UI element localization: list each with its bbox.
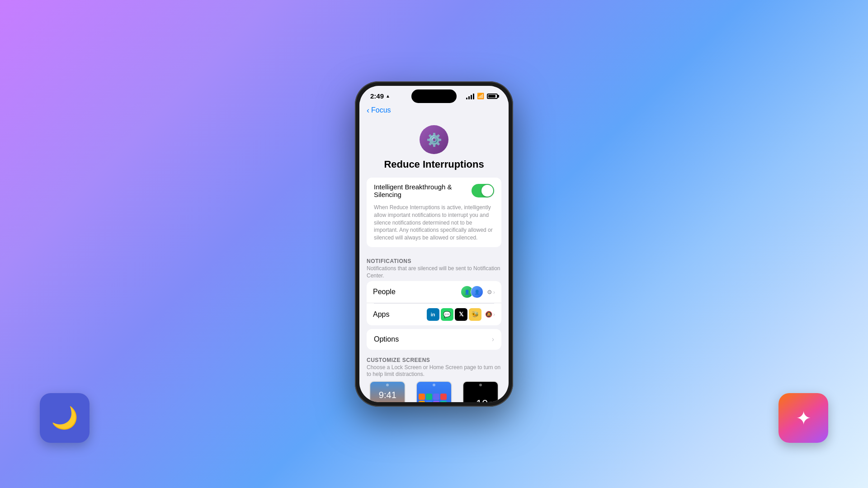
- app-icons: in 💬 𝕏 🐝: [425, 308, 481, 321]
- notifications-subtitle: Notifications that are silenced will be …: [367, 265, 501, 279]
- customize-section: CUSTOMIZE SCREENS Choose a Lock Screen o…: [359, 353, 509, 402]
- back-button[interactable]: ‹ Focus: [367, 106, 391, 114]
- wifi-icon: 📶: [477, 93, 484, 99]
- perplexity-app-icon[interactable]: ✦: [778, 393, 828, 443]
- linkedin-icon: in: [427, 308, 439, 321]
- apps-row[interactable]: Apps in 💬 𝕏 🐝 🔕 ›: [367, 304, 501, 325]
- back-label: Focus: [371, 106, 391, 114]
- people-badge: ⚙ ›: [487, 289, 495, 296]
- bumble-icon: 🐝: [469, 308, 481, 321]
- toggle-knob: [481, 185, 493, 197]
- people-chevron-icon: ›: [493, 289, 495, 296]
- customize-header: CUSTOMIZE SCREENS Choose a Lock Screen o…: [367, 353, 501, 381]
- nav-back: ‹ Focus: [359, 103, 509, 116]
- phone-frame: 2:49 ▲ 📶: [355, 81, 513, 407]
- watch-time-big: .10: [473, 399, 488, 402]
- gear-icon: ⚙: [487, 289, 492, 296]
- signal-bars-icon: [466, 93, 474, 99]
- intelligent-breakthrough-card: Intelligent Breakthrough & Silencing Whe…: [367, 178, 501, 247]
- avatar-2: 👤: [471, 286, 483, 298]
- reduce-interruptions-icon: ⚙️: [426, 132, 442, 147]
- page-title: Reduce Interruptions: [384, 159, 484, 170]
- location-icon: ▲: [386, 94, 390, 99]
- options-chevron-icon: ›: [492, 335, 494, 343]
- hero-icon: ⚙️: [420, 125, 448, 154]
- app-dot: [426, 401, 432, 402]
- people-row[interactable]: People 👤 👤 ⚙ ›: [367, 281, 501, 303]
- app-dot: [419, 401, 425, 402]
- toggle-description: When Reduce Interruptions is active, int…: [367, 204, 501, 247]
- lock-screen-dot: [386, 384, 389, 386]
- home-grid-row-1: [419, 394, 449, 400]
- notifications-title: NOTIFICATIONS: [367, 258, 501, 264]
- focus-app-icon[interactable]: 🌙: [40, 393, 90, 443]
- dynamic-island: [411, 89, 457, 103]
- people-label: People: [373, 288, 461, 296]
- moon-icon: 🌙: [51, 405, 78, 431]
- apps-label: Apps: [373, 310, 425, 319]
- home-grid-row-2: [419, 401, 449, 402]
- app-dot: [433, 394, 439, 400]
- customize-desc: Choose a Lock Screen or Home Screen page…: [367, 364, 501, 378]
- options-label: Options: [374, 335, 492, 343]
- perplexity-icon: ✦: [796, 407, 811, 429]
- x-icon: 𝕏: [455, 308, 467, 321]
- customize-title: CUSTOMIZE SCREENS: [367, 357, 501, 363]
- notifications-section-header: NOTIFICATIONS Notifications that are sil…: [359, 251, 509, 281]
- hero-section: ⚙️ Reduce Interruptions: [359, 116, 509, 178]
- lock-screen-time: 9:41: [370, 390, 405, 400]
- status-time: 2:49 ▲: [370, 92, 390, 100]
- bell-slash-icon: 🔕: [485, 311, 492, 318]
- watch-screen-preview: .10 :09: [462, 381, 499, 402]
- options-row[interactable]: Options ›: [367, 329, 501, 350]
- settings-content[interactable]: ⚙️ Reduce Interruptions Intelligent Brea…: [359, 116, 509, 402]
- app-dot: [426, 394, 432, 400]
- toggle-label: Intelligent Breakthrough & Silencing: [374, 183, 472, 198]
- home-screen-thumb: Edit: [413, 381, 455, 402]
- app-dot: [440, 401, 447, 402]
- app-dot: [440, 394, 447, 400]
- watch-screen-dot: [479, 384, 482, 386]
- toggle-row[interactable]: Intelligent Breakthrough & Silencing: [367, 178, 501, 204]
- app-dot: [433, 401, 439, 402]
- status-icons: 📶: [466, 93, 498, 99]
- home-screen-preview: [416, 381, 452, 402]
- people-avatars: 👤 👤: [461, 286, 483, 298]
- intelligent-toggle[interactable]: [472, 184, 494, 197]
- people-apps-card: People 👤 👤 ⚙ ›: [367, 281, 501, 325]
- whatsapp-icon: 💬: [441, 308, 453, 321]
- battery-icon: [487, 94, 498, 99]
- home-screen-dot: [433, 384, 435, 386]
- watch-screen-thumb: .10 :09 Edit: [459, 381, 501, 402]
- options-card[interactable]: Options ›: [367, 329, 501, 350]
- lock-screen-thumb: 9:41 Edit: [367, 381, 409, 402]
- apps-badge: 🔕 ›: [485, 311, 495, 318]
- apps-chevron-icon: ›: [493, 311, 495, 318]
- screens-row: 9:41 Edit: [367, 381, 501, 402]
- app-dot: [419, 394, 425, 400]
- back-chevron-icon: ‹: [367, 106, 369, 114]
- phone-screen: 2:49 ▲ 📶: [359, 86, 509, 402]
- lock-screen-preview: 9:41: [369, 381, 406, 402]
